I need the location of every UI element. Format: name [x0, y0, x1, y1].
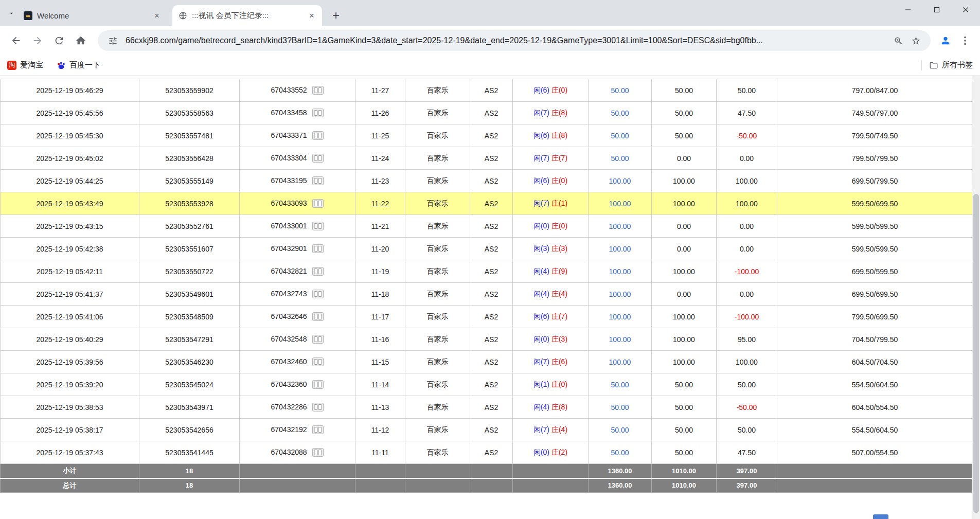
cell-valid-amount: 50.00 — [652, 419, 717, 441]
game-result-icon[interactable] — [312, 357, 324, 366]
cell-bet-amount[interactable]: 100.00 — [589, 328, 652, 351]
table-row[interactable]: 2025-12-19 05:38:17523053542656670432192… — [1, 419, 973, 441]
table-row[interactable]: 2025-12-19 05:46:29523053559902670433552… — [1, 79, 973, 102]
game-result-icon[interactable] — [312, 131, 324, 140]
maximize-button[interactable] — [922, 0, 951, 20]
cell-table-name: AS2 — [470, 147, 513, 170]
game-result-icon[interactable] — [312, 176, 324, 185]
tab-close-icon[interactable]: ✕ — [152, 11, 162, 21]
summary-winloss-total: 397.00 — [717, 478, 777, 493]
cell-win-loss: 100.00 — [717, 351, 777, 373]
back-button[interactable] — [6, 31, 26, 50]
cell-bet-time: 2025-12-19 05:43:15 — [1, 215, 139, 238]
vertical-scrollbar[interactable] — [972, 76, 980, 519]
cell-game-type: 百家乐 — [405, 79, 470, 102]
game-result-icon[interactable] — [312, 312, 324, 321]
cell-bet-amount[interactable]: 50.00 — [589, 373, 652, 396]
bookmark-baidu[interactable]: 百度一下 — [57, 60, 100, 70]
table-row[interactable]: 2025-12-19 05:43:15523053552761670433001… — [1, 215, 973, 238]
game-result-icon[interactable] — [312, 244, 324, 253]
cell-bet-amount[interactable]: 100.00 — [589, 260, 652, 283]
cell-bet-time: 2025-12-19 05:38:17 — [1, 419, 139, 441]
cell-win-loss: 100.00 — [717, 170, 777, 192]
profile-button[interactable] — [936, 31, 955, 50]
cell-bet-amount[interactable]: 100.00 — [589, 351, 652, 373]
game-result-icon[interactable] — [312, 222, 324, 230]
cell-bet-amount[interactable]: 50.00 — [589, 79, 652, 102]
game-result-icon[interactable] — [312, 154, 324, 163]
table-row[interactable]: 2025-12-19 05:38:53523053543971670432286… — [1, 396, 973, 419]
game-number-text: 670433001 — [271, 222, 307, 230]
cell-bet-amount[interactable]: 50.00 — [589, 396, 652, 419]
new-tab-button[interactable]: + — [327, 7, 345, 24]
table-row[interactable]: 2025-12-19 05:42:11523053550722670432821… — [1, 260, 973, 283]
cell-table-name: AS2 — [470, 328, 513, 351]
tab-welcome[interactable]: Welcome ✕ — [17, 5, 167, 26]
game-result-icon[interactable] — [312, 267, 324, 276]
table-row[interactable]: 2025-12-19 05:42:38523053551607670432901… — [1, 238, 973, 260]
cell-bet-amount[interactable]: 100.00 — [589, 283, 652, 306]
game-result-icon[interactable] — [312, 448, 324, 457]
cell-bet-amount[interactable]: 50.00 — [589, 419, 652, 441]
close-window-button[interactable] — [951, 0, 980, 20]
cell-bet-amount[interactable]: 50.00 — [589, 441, 652, 464]
folder-icon — [929, 61, 938, 70]
cell-balance: 599.50/699.50 — [777, 192, 973, 215]
scrollbar-thumb[interactable] — [973, 194, 979, 513]
table-row[interactable]: 2025-12-19 05:39:56523053546230670432460… — [1, 351, 973, 373]
menu-button[interactable] — [955, 31, 975, 50]
game-result-icon[interactable] — [312, 290, 324, 298]
cell-bet-amount[interactable]: 100.00 — [589, 170, 652, 192]
table-row[interactable]: 2025-12-19 05:40:29523053547291670432548… — [1, 328, 973, 351]
table-row[interactable]: 2025-12-19 05:41:06523053548509670432646… — [1, 306, 973, 328]
total-row: 总计181360.001010.00397.00 — [1, 478, 973, 493]
cell-bet-amount[interactable]: 50.00 — [589, 102, 652, 124]
table-row[interactable]: 2025-12-19 05:45:56523053558563670433458… — [1, 102, 973, 124]
all-bookmarks-button[interactable]: 所有书签 — [929, 60, 973, 70]
zoom-button[interactable] — [889, 32, 907, 49]
table-row[interactable]: 2025-12-19 05:43:49523053553928670433093… — [1, 192, 973, 215]
game-number-text: 670432548 — [271, 335, 307, 343]
table-row[interactable]: 2025-12-19 05:45:30523053557481670433371… — [1, 124, 973, 147]
game-result-icon[interactable] — [312, 86, 324, 95]
site-info-button[interactable] — [104, 32, 121, 49]
refresh-button[interactable] — [49, 31, 69, 50]
game-result-icon[interactable] — [312, 403, 324, 411]
cell-round: 11-24 — [355, 147, 405, 170]
cell-bet-content: 闲(0) 庄(2) — [513, 441, 589, 464]
cell-bet-amount[interactable]: 50.00 — [589, 147, 652, 170]
game-result-icon[interactable] — [312, 109, 324, 117]
tab-betrecord[interactable]: :::视讯 会员下注纪录::: ✕ — [172, 5, 322, 26]
forward-button[interactable] — [28, 31, 47, 50]
table-row[interactable]: 2025-12-19 05:41:37523053549601670432743… — [1, 283, 973, 306]
game-result-icon[interactable] — [312, 425, 324, 434]
tab-close-icon[interactable]: ✕ — [307, 11, 317, 21]
game-number-text: 670432460 — [271, 357, 307, 366]
cell-bet-amount[interactable]: 100.00 — [589, 238, 652, 260]
table-row[interactable]: 2025-12-19 05:44:25523053555149670433195… — [1, 170, 973, 192]
cell-bet-amount[interactable]: 100.00 — [589, 306, 652, 328]
address-bar[interactable]: 66cxkj98.com/game/betrecord_search/kind3… — [98, 30, 931, 51]
cell-game-type: 百家乐 — [405, 328, 470, 351]
cell-bet-time: 2025-12-19 05:42:38 — [1, 238, 139, 260]
bookmarks-bar: 淘 爱淘宝 百度一下 所有书签 — [0, 55, 980, 76]
bookmark-star-button[interactable] — [907, 32, 924, 49]
bookmark-taobao[interactable]: 淘 爱淘宝 — [7, 60, 43, 70]
game-result-icon[interactable] — [312, 199, 324, 208]
cell-valid-amount: 50.00 — [652, 441, 717, 464]
minimize-button[interactable] — [894, 0, 922, 20]
table-row[interactable]: 2025-12-19 05:45:02523053556428670433304… — [1, 147, 973, 170]
game-result-icon[interactable] — [312, 335, 324, 344]
cell-bet-amount[interactable]: 100.00 — [589, 215, 652, 238]
bet-player-text: 闲(7) — [533, 425, 549, 434]
cell-bet-amount[interactable]: 100.00 — [589, 192, 652, 215]
cell-balance: 699.50/699.50 — [777, 283, 973, 306]
home-button[interactable] — [71, 31, 91, 50]
cell-round: 11-23 — [355, 170, 405, 192]
tab-search-button[interactable] — [5, 7, 17, 20]
game-result-icon[interactable] — [312, 380, 324, 389]
table-row[interactable]: 2025-12-19 05:39:20523053545024670432360… — [1, 373, 973, 396]
table-row[interactable]: 2025-12-19 05:37:43523053541445670432088… — [1, 441, 973, 464]
cell-bet-amount[interactable]: 50.00 — [589, 124, 652, 147]
pagination-button-partial[interactable] — [873, 514, 888, 519]
